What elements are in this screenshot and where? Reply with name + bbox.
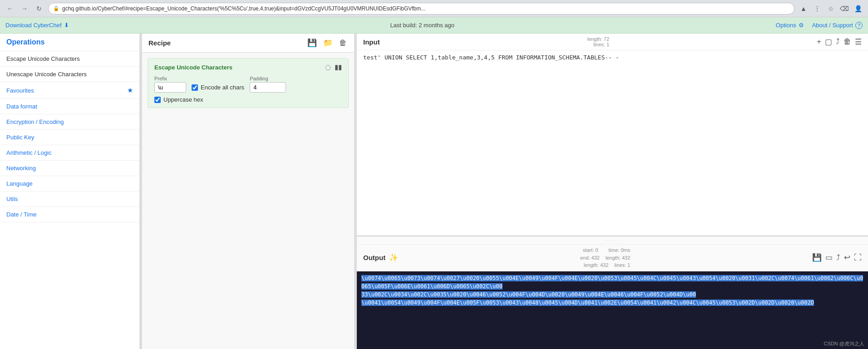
arithmetic-logic-label: Arithmetic / Logic [6, 149, 52, 156]
recipe-header: Recipe 💾 📁 🗑 [142, 34, 354, 53]
profile-button[interactable]: 👤 [853, 3, 863, 14]
download-label: Download CyberChef [5, 22, 62, 29]
recipe-open-button[interactable]: 📁 [322, 37, 334, 49]
main-layout: Operations Escape Unicode Characters Une… [0, 34, 868, 349]
output-stats: start: 0 time: 0ms end: 432 length: 432 … [580, 246, 630, 269]
output-length-label2: length: [584, 262, 600, 268]
url-text: gchq.github.io/CyberChef/#recipe=Escape_… [62, 5, 789, 12]
recipe-content: Escape Unicode Characters ◌ ▮▮ Prefix En… [142, 53, 354, 349]
language-label: Language [6, 180, 33, 187]
input-delete-button[interactable]: 🗑 [843, 37, 851, 46]
input-resize-button[interactable]: ⤴ [836, 37, 840, 46]
sidebar-item-favourites[interactable]: Favourites ★ [0, 82, 139, 99]
output-text-selected: \u0074\u0065\u0073\u0074\u0027\u0020\u00… [361, 275, 863, 290]
refresh-button[interactable]: ↻ [34, 3, 44, 14]
sidebar-item-public-key[interactable]: Public Key [0, 130, 139, 145]
input-length: 72 [604, 36, 609, 42]
output-time-label: time: [609, 247, 621, 253]
sidebar-item-data-format[interactable]: Data format [0, 99, 139, 114]
output-text-line3: \u0041\u0054\u0049\u004F\u004E\u005F\u00… [361, 300, 814, 306]
input-menu-button[interactable]: ☰ [855, 37, 862, 47]
utils-label: Utils [6, 196, 18, 202]
sidebar-item-date-time[interactable]: Date / Time [0, 207, 139, 222]
output-text-line2: 33\u002C\u0034\u002C\u0035\u0020\u0046\u… [361, 291, 696, 298]
cast-button[interactable]: ▲ [798, 3, 809, 14]
uppercase-row: Uppercase hex [154, 96, 342, 103]
options-button[interactable]: Options ⚙ [776, 22, 804, 29]
padding-label: Padding [250, 76, 286, 81]
output-header: Output ✨ start: 0 time: 0ms end: 432 len… [357, 245, 868, 271]
about-icon: ? [855, 22, 863, 29]
options-icon: ⚙ [799, 22, 804, 29]
input-section: Input length: 72 lines: 1 + ▢ ⤴ 🗑 ☰ test… [357, 34, 868, 236]
address-bar: 🔒 gchq.github.io/CyberChef/#recipe=Escap… [48, 3, 794, 15]
recipe-save-button[interactable]: 💾 [306, 37, 318, 49]
prefix-input[interactable] [154, 82, 186, 93]
output-fullscreen-button[interactable]: ⛶ [854, 253, 862, 262]
output-actions: 💾 ▭ ⤴ ↩ ⛶ [812, 253, 862, 262]
input-length-label: length: [587, 36, 604, 42]
recipe-clear-button[interactable]: 🗑 [338, 37, 348, 49]
browser-actions: ▲ ⋮ ☆ ⌫ 👤 [798, 3, 863, 14]
padding-input[interactable] [250, 82, 286, 93]
recipe-panel: Recipe 💾 📁 🗑 Escape Unicode Characters ◌… [142, 34, 355, 349]
output-start-label: start: [583, 247, 596, 253]
sidebar-item-escape-unicode-label: Escape Unicode Characters [6, 55, 80, 62]
sidebar-item-language[interactable]: Language [0, 176, 139, 192]
sidebar-item-unescape-unicode-label: Unescape Unicode Characters [6, 71, 87, 78]
input-stats: length: 72 lines: 1 [587, 36, 609, 47]
output-time: 0ms [621, 247, 630, 253]
operation-pause-button[interactable]: ▮▮ [335, 63, 342, 71]
forward-button[interactable]: → [19, 3, 30, 14]
sidebar-item-encryption-encoding[interactable]: Encryption / Encoding [0, 114, 139, 130]
output-save-button[interactable]: 💾 [812, 253, 822, 262]
encode-all-checkbox[interactable] [192, 84, 198, 91]
input-title: Input [363, 38, 380, 46]
output-title: Output [363, 254, 385, 261]
download-link[interactable]: Download CyberChef ⬇ [5, 22, 69, 29]
input-tab-button[interactable]: ▢ [825, 37, 832, 47]
data-format-label: Data format [6, 103, 37, 110]
operation-card-header: Escape Unicode Characters ◌ ▮▮ [154, 63, 342, 71]
sidebar-item-networking[interactable]: Networking [0, 161, 139, 176]
networking-label: Networking [6, 165, 36, 172]
output-resize-button[interactable]: ⤴ [836, 253, 840, 262]
output-undo-button[interactable]: ↩ [844, 253, 850, 262]
io-panel: Input length: 72 lines: 1 + ▢ ⤴ 🗑 ☰ test… [357, 34, 868, 349]
operation-controls: ◌ ▮▮ [325, 63, 342, 71]
input-header: Input length: 72 lines: 1 + ▢ ⤴ 🗑 ☰ [357, 34, 868, 50]
about-support-button[interactable]: About / Support ? [812, 22, 863, 29]
output-copy-button[interactable]: ▭ [825, 253, 833, 262]
padding-field-group: Padding [250, 76, 286, 93]
input-textarea[interactable]: test' UNION SELECT 1,table_name,3,4,5 FR… [357, 50, 868, 236]
output-length2: 432 [600, 262, 608, 268]
output-lines: 1 [627, 262, 630, 268]
favourites-label: Favourites [6, 87, 34, 94]
extension-button[interactable]: ⌫ [839, 3, 850, 14]
share-button[interactable]: ⋮ [812, 3, 823, 14]
output-start: 0 [595, 247, 598, 253]
sidebar-item-unescape-unicode[interactable]: Unescape Unicode Characters [0, 67, 139, 82]
output-title-row: Output ✨ [363, 253, 398, 262]
about-label: About / Support [812, 22, 853, 29]
operation-card: Escape Unicode Characters ◌ ▮▮ Prefix En… [148, 58, 349, 108]
back-button[interactable]: ← [5, 3, 15, 14]
sidebar-item-arithmetic-logic[interactable]: Arithmetic / Logic [0, 145, 139, 161]
lock-icon: 🔒 [53, 5, 59, 11]
star-button[interactable]: ☆ [825, 3, 836, 14]
uppercase-checkbox[interactable] [154, 97, 161, 103]
uppercase-label: Uppercase hex [163, 96, 203, 103]
input-add-button[interactable]: + [817, 37, 821, 46]
output-end: 432 [591, 255, 599, 261]
input-lines: 1 [607, 42, 609, 47]
sidebar-item-escape-unicode[interactable]: Escape Unicode Characters [0, 51, 139, 67]
prefix-field-group: Prefix [154, 76, 186, 93]
date-time-label: Date / Time [6, 211, 36, 218]
sidebar-item-utils[interactable]: Utils [0, 192, 139, 207]
public-key-label: Public Key [6, 134, 34, 141]
wand-button[interactable]: ✨ [389, 253, 398, 262]
recipe-actions: 💾 📁 🗑 [306, 37, 348, 49]
output-length-label: length: [606, 255, 622, 261]
operation-disable-button[interactable]: ◌ [325, 63, 331, 71]
prefix-label: Prefix [154, 76, 186, 81]
